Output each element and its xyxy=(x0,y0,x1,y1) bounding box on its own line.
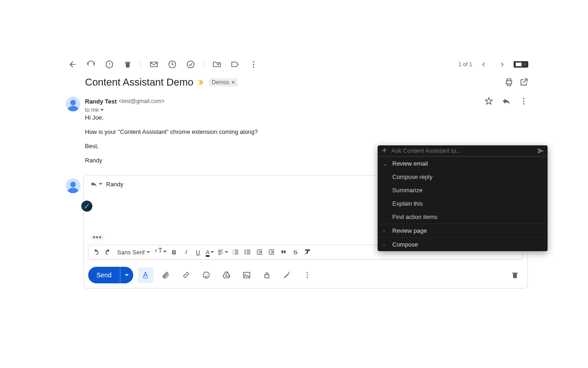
toolbar-right: 1 of 1 xyxy=(458,56,528,73)
message-more-button[interactable] xyxy=(519,97,528,106)
small-t-icon: T xyxy=(155,249,158,253)
svg-point-15 xyxy=(203,272,209,278)
delete-button[interactable] xyxy=(119,56,136,73)
svg-point-8 xyxy=(523,103,525,104)
undo-button[interactable] xyxy=(90,247,102,258)
bulleted-list-button[interactable] xyxy=(242,247,253,258)
separator xyxy=(204,60,204,69)
assistant-item-explain[interactable]: Explain this xyxy=(378,197,548,210)
star-button[interactable] xyxy=(484,97,493,106)
move-icon[interactable] xyxy=(381,148,388,154)
text-color-button[interactable]: A xyxy=(204,247,215,258)
section-label: Review email xyxy=(392,160,428,167)
chevron-left-icon xyxy=(479,60,487,69)
popout-button[interactable] xyxy=(519,78,528,87)
separator xyxy=(141,60,141,69)
move-to-button[interactable] xyxy=(209,56,225,73)
assistant-item-compose-reply[interactable]: Compose reply xyxy=(378,170,548,184)
signature-button[interactable] xyxy=(279,267,295,283)
caret-down-icon xyxy=(99,183,102,185)
more-actions-button[interactable] xyxy=(245,56,262,73)
insert-link-button[interactable] xyxy=(178,267,194,283)
svg-rect-5 xyxy=(516,63,522,66)
more-vert-icon xyxy=(519,97,528,106)
assistant-section-review-email[interactable]: ⌄ Review email xyxy=(378,156,548,170)
indent-less-button[interactable] xyxy=(254,247,265,258)
snooze-button[interactable] xyxy=(164,56,181,73)
label-icon xyxy=(231,60,240,69)
strikethrough-button[interactable]: S xyxy=(290,247,301,258)
underline-button[interactable]: U xyxy=(192,247,204,258)
arrow-left-icon xyxy=(68,60,77,69)
svg-point-21 xyxy=(306,272,308,273)
assistant-badge[interactable] xyxy=(81,201,92,212)
sender-avatar[interactable] xyxy=(66,97,80,111)
font-family-label: Sans Serif xyxy=(117,249,145,256)
svg-point-7 xyxy=(523,101,525,102)
more-send-options-button[interactable] xyxy=(300,267,315,283)
recipients-row[interactable]: to me xyxy=(85,107,528,113)
send-options-button[interactable] xyxy=(120,267,133,283)
svg-text:3: 3 xyxy=(232,253,234,255)
redo-button[interactable] xyxy=(102,247,113,258)
caret-down-icon xyxy=(225,251,228,253)
print-button[interactable] xyxy=(504,78,514,87)
input-method-button[interactable] xyxy=(514,61,528,68)
font-family-select[interactable]: Sans Serif xyxy=(114,247,153,258)
self-avatar[interactable] xyxy=(66,178,80,193)
drive-button[interactable] xyxy=(219,267,234,283)
assistant-section-compose[interactable]: › Compose xyxy=(378,237,548,251)
sender-email: <test@gmail.com> xyxy=(119,98,164,104)
caret-down-icon xyxy=(125,274,129,276)
assistant-send-button[interactable] xyxy=(537,148,544,154)
reply-icon xyxy=(502,97,511,106)
mark-unread-button[interactable] xyxy=(146,56,162,73)
back-button[interactable] xyxy=(64,56,81,73)
reply-icon-button[interactable] xyxy=(502,97,511,106)
send-button[interactable]: Send xyxy=(88,271,120,279)
message-header: Randy Test <test@gmail.com> to me xyxy=(85,97,528,113)
svg-point-12 xyxy=(244,250,246,251)
assistant-panel: ⌄ Review email Compose reply Summarize E… xyxy=(378,145,548,251)
font-size-button[interactable]: TT xyxy=(154,247,168,258)
message-actions xyxy=(484,97,528,106)
large-t-icon: T xyxy=(158,247,162,254)
insert-image-button[interactable] xyxy=(239,267,254,283)
emoji-button[interactable] xyxy=(198,267,214,283)
newer-button[interactable] xyxy=(475,56,492,73)
spam-button[interactable] xyxy=(101,56,118,73)
assistant-input[interactable] xyxy=(391,147,534,154)
assistant-item-summarize[interactable]: Summarize xyxy=(378,184,548,197)
discard-draft-button[interactable] xyxy=(507,267,523,283)
archive-icon xyxy=(86,60,96,69)
outdent-icon xyxy=(256,248,263,256)
reply-type-button[interactable] xyxy=(90,180,102,188)
ol-icon: 123 xyxy=(232,248,239,256)
remove-formatting-button[interactable] xyxy=(302,247,313,258)
importance-marker[interactable] xyxy=(198,79,204,86)
assistant-item-actions[interactable]: Find action items xyxy=(378,210,548,224)
label-chip[interactable]: Demos ✕ xyxy=(209,78,238,86)
italic-button[interactable]: I xyxy=(181,247,192,258)
label-remove-icon[interactable]: ✕ xyxy=(231,80,235,86)
image-icon xyxy=(243,271,251,279)
align-button[interactable] xyxy=(216,247,229,258)
bold-button[interactable]: B xyxy=(169,247,180,258)
formatting-toggle-button[interactable]: A xyxy=(138,267,153,283)
show-trimmed-button[interactable]: ••• xyxy=(90,235,105,240)
quote-button[interactable] xyxy=(278,247,289,258)
older-button[interactable] xyxy=(494,56,511,73)
archive-button[interactable] xyxy=(83,56,99,73)
confidential-button[interactable] xyxy=(259,267,275,283)
subject-row: Content Assistant Demo Demos ✕ xyxy=(85,76,528,88)
chevron-down-icon: ⌄ xyxy=(383,161,387,167)
add-task-button[interactable] xyxy=(182,56,199,73)
quote-icon xyxy=(280,248,287,256)
indent-more-button[interactable] xyxy=(266,247,277,258)
reply-recipient[interactable]: Randy xyxy=(106,181,124,188)
numbered-list-button[interactable]: 123 xyxy=(230,247,241,258)
labels-button[interactable] xyxy=(227,56,243,73)
assistant-section-review-page[interactable]: › Review page xyxy=(378,224,548,237)
caret-down-icon xyxy=(523,63,526,65)
attach-button[interactable] xyxy=(158,267,174,283)
